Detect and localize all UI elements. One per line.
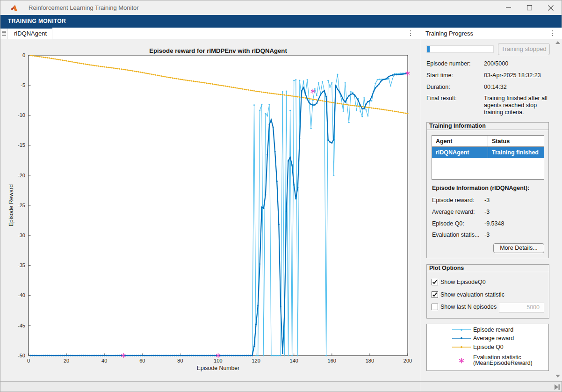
training-chart[interactable]: 0204060801001201401601802000-5-10-15-20-… (0, 39, 421, 381)
progress-fill (427, 46, 430, 52)
svg-text:-15: -15 (18, 142, 25, 148)
table-header-agent: Agent (432, 136, 488, 146)
svg-text:-10: -10 (18, 112, 25, 118)
document-actions-menu-icon[interactable] (407, 29, 414, 37)
svg-text:-20: -20 (18, 173, 25, 178)
svg-text:80: 80 (177, 358, 183, 363)
legend-label: Evaluation statistic(MeanEpisodeReward) (473, 355, 533, 366)
info-row-value: 00:14:32 (484, 84, 552, 91)
legend-entry: Average reward (452, 335, 514, 341)
table-cell-agent: rlDQNAgent (432, 147, 488, 158)
agent-status-table[interactable]: Agent Status rlDQNAgent Training finishe… (432, 135, 544, 180)
chart-legend: Episode rewardAverage rewardEpisode Q0Ev… (426, 324, 549, 371)
plot-options-title: Plot Options (427, 265, 549, 272)
close-icon (548, 5, 554, 11)
legend-asterisk-sample (452, 354, 471, 366)
minimize-icon (505, 5, 512, 11)
scroll-down-icon[interactable] (555, 375, 560, 377)
checkbox-label: Show last N episodes (440, 304, 497, 310)
legend-line-sample (452, 327, 471, 333)
svg-text:120: 120 (252, 358, 260, 363)
matlab-logo-icon (10, 4, 19, 12)
svg-text:160: 160 (328, 358, 336, 363)
episode-info-value: -3 (484, 232, 490, 238)
table-cell-status: Training finished (488, 147, 544, 158)
last-n-episodes-input[interactable]: 5000 (499, 303, 544, 312)
info-row-value: 200/5000 (484, 60, 552, 67)
document-bar (0, 28, 421, 39)
legend-entry: Episode reward (452, 327, 513, 333)
episode-info-label: Evaluation statis... (432, 232, 479, 238)
checkbox-unchecked[interactable] (432, 304, 438, 310)
panel-actions-menu-icon[interactable] (549, 29, 556, 37)
right-panel-title: Training Progress (425, 28, 473, 39)
scroll-up-icon[interactable] (555, 41, 560, 44)
checkbox-row[interactable]: Show last N episodes (432, 304, 497, 310)
maximize-icon (526, 5, 533, 11)
episode-info-value: -3 (484, 197, 490, 203)
app-window: Reinforcement Learning Training Monitor … (0, 0, 562, 392)
svg-text:-40: -40 (18, 292, 25, 298)
close-button[interactable] (540, 0, 561, 15)
info-row-label: Final result: (426, 95, 457, 102)
toolstrip: TRAINING MONITOR (0, 15, 562, 28)
training-information-title: Training Information (427, 123, 548, 130)
episode-info-label: Episode reward: (432, 197, 474, 203)
figure-area: 0204060801001201401601802000-5-10-15-20-… (0, 39, 421, 381)
minimize-button[interactable] (498, 0, 519, 15)
title-bar: Reinforcement Learning Training Monitor (0, 0, 562, 15)
info-row-label: Duration: (426, 84, 450, 90)
svg-text:-35: -35 (18, 262, 25, 268)
table-header-status: Status (488, 136, 544, 146)
svg-text:100: 100 (214, 358, 222, 363)
checkbox-checked[interactable] (432, 279, 438, 285)
info-row-value: Training finished after all agents reach… (484, 95, 552, 116)
svg-text:Episode reward for rlMDPEnv wi: Episode reward for rlMDPEnv with rlDQNAg… (149, 47, 287, 54)
document-list-button[interactable] (0, 28, 8, 39)
checkbox-row[interactable]: Show evaluation statistic (432, 291, 504, 298)
table-row-rldqnagent[interactable]: rlDQNAgent Training finished (432, 147, 544, 158)
legend-label: Episode reward (473, 327, 513, 333)
svg-text:Episode Number: Episode Number (197, 365, 240, 371)
svg-text:40: 40 (101, 358, 107, 363)
checkbox-row[interactable]: Show EpisodeQ0 (432, 279, 486, 285)
info-row-label: Episode number: (426, 60, 471, 67)
svg-text:60: 60 (139, 358, 145, 363)
svg-text:0: 0 (22, 52, 25, 58)
episode-info-label: Episode Q0: (432, 220, 464, 227)
svg-text:200: 200 (403, 358, 412, 363)
svg-text:-25: -25 (18, 203, 25, 208)
legend-entry: Episode Q0 (452, 344, 504, 350)
table-header-row: Agent Status (432, 136, 544, 147)
info-row-value: 03-Apr-2025 18:32:23 (484, 72, 552, 79)
episode-info-value: -3 (484, 209, 490, 215)
svg-text:Episode Reward: Episode Reward (8, 184, 14, 226)
episode-information-title: Episode Information (rlDQNAgent): (432, 185, 529, 191)
document-tab-label[interactable]: rlDQNAgent (8, 29, 52, 39)
svg-text:20: 20 (64, 358, 69, 363)
svg-text:0: 0 (27, 358, 30, 363)
training-stopped-button[interactable]: Training stopped (498, 43, 550, 55)
svg-text:-50: -50 (18, 353, 25, 358)
training-progress-bar (426, 45, 494, 53)
document-list-icon (2, 31, 7, 36)
status-bar (0, 381, 562, 392)
status-bar-divider (421, 382, 421, 392)
episode-info-value: -9.5348 (484, 220, 504, 227)
skip-to-end-icon[interactable] (554, 384, 560, 390)
maximize-button[interactable] (519, 0, 540, 15)
episode-info-label: Average reward: (432, 209, 475, 215)
svg-text:-30: -30 (18, 232, 25, 238)
toolstrip-tab-training-monitor[interactable]: TRAINING MONITOR (8, 15, 66, 28)
window-title: Reinforcement Learning Training Monitor (29, 0, 139, 15)
svg-text:-5: -5 (21, 82, 25, 88)
svg-text:140: 140 (290, 358, 298, 363)
more-details-button[interactable]: More Details... (493, 243, 544, 253)
legend-line-sample (452, 344, 471, 350)
legend-label: Episode Q0 (473, 344, 504, 350)
svg-text:180: 180 (366, 358, 374, 363)
checkbox-checked[interactable] (432, 291, 438, 298)
checkbox-label: Show EpisodeQ0 (440, 279, 486, 285)
info-row-label: Start time: (426, 72, 453, 79)
legend-label: Average reward (473, 335, 514, 341)
